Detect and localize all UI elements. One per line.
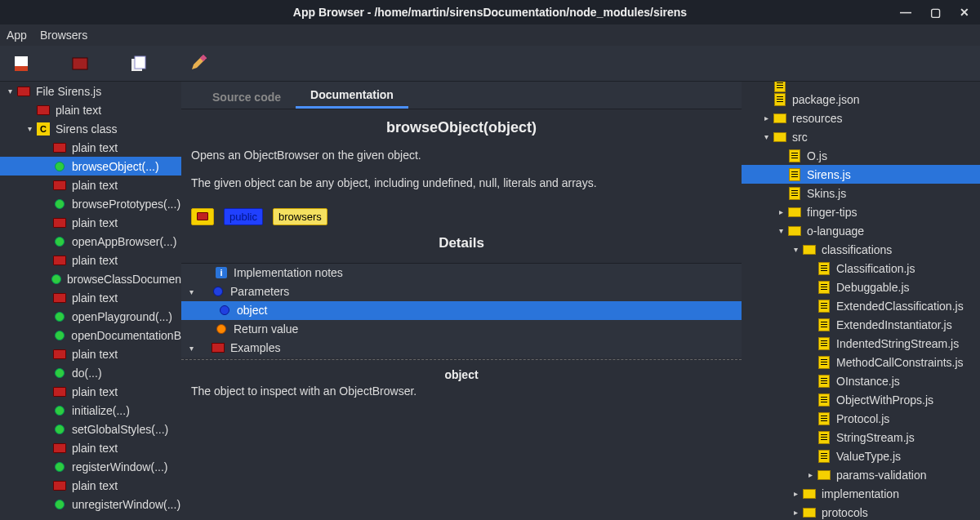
detail-implementation-notes[interactable]: i Implementation notes: [181, 264, 742, 282]
tree-item[interactable]: package.json: [742, 90, 980, 109]
tree-item[interactable]: O.js: [742, 146, 980, 165]
details-tree[interactable]: i Implementation notes ▾ Parameters obje…: [181, 263, 742, 358]
tree-item-label: OInstance.js: [836, 375, 900, 388]
detail-label: object: [237, 304, 267, 317]
tree-item[interactable]: plain text: [0, 476, 181, 495]
method-icon: [52, 197, 67, 211]
detail-parameters[interactable]: ▾ Parameters: [181, 282, 742, 301]
tree-item[interactable]: plain text: [0, 251, 181, 269]
file-icon: [817, 393, 831, 407]
tree-item-label: initialize(...): [72, 404, 130, 417]
expand-icon[interactable]: ▸: [789, 489, 802, 498]
tree-item[interactable]: StringStream.js: [742, 428, 980, 447]
tree-item-label: File Sirens.js: [36, 85, 101, 98]
tree-item-label: plain text: [72, 442, 118, 455]
expand-icon[interactable]: ▸: [789, 508, 802, 517]
tab-documentation[interactable]: Documentation: [296, 82, 408, 109]
tree-item[interactable]: ▸implementation: [742, 484, 980, 503]
tree-item[interactable]: plain text: [0, 344, 181, 363]
titlebar: App Browser - /home/martin/sirensDocumen…: [0, 0, 980, 24]
tree-item[interactable]: Classification.js: [742, 259, 980, 278]
expand-icon[interactable]: ▸: [760, 113, 773, 122]
tree-item[interactable]: IndentedStringStream.js: [742, 334, 980, 353]
menu-app[interactable]: App: [7, 29, 27, 42]
tree-item[interactable]: ObjectWithProps.js: [742, 390, 980, 409]
tree-item[interactable]: ValueType.js: [742, 447, 980, 465]
tree-item[interactable]: ExtendedClassification.js: [742, 296, 980, 315]
detail-label: Return value: [234, 322, 298, 336]
tree-item[interactable]: ▸protocols: [742, 503, 980, 520]
tree-item[interactable]: unregisterWindow(...): [0, 495, 181, 513]
tab-source-code[interactable]: Source code: [198, 84, 296, 109]
folder-icon: [787, 224, 802, 238]
tree-item[interactable]: plain text: [0, 288, 181, 307]
tree-item[interactable]: plain text: [0, 100, 181, 119]
tree-item[interactable]: openDocumentationB: [0, 326, 181, 344]
tree-item-label: unregisterWindow(...): [72, 498, 180, 511]
file-icon: [817, 318, 831, 332]
tree-item[interactable]: plain text: [0, 438, 181, 457]
tree-item[interactable]: browseClassDocumen: [0, 269, 181, 288]
svg-rect-1: [15, 66, 28, 71]
tool-folder-red-icon[interactable]: [70, 54, 90, 73]
tree-item[interactable]: ▸resources: [742, 109, 980, 127]
tree-item[interactable]: ▾src: [742, 127, 980, 146]
tree-item[interactable]: initialize(...): [0, 401, 181, 420]
tree-item[interactable]: plain text: [0, 176, 181, 194]
method-icon: [52, 309, 67, 324]
tree-item[interactable]: browseObject(...): [0, 157, 181, 176]
tree-item[interactable]: Skins.js: [742, 184, 980, 202]
tree-item[interactable]: Protocol.js: [742, 409, 980, 428]
class-outline-tree[interactable]: ▾File Sirens.jsplain text▾CSirens classp…: [0, 82, 181, 520]
tree-item[interactable]: ▾classifications: [742, 240, 980, 259]
tree-item[interactable]: Debuggable.js: [742, 278, 980, 296]
tree-item[interactable]: registerWindow(...): [0, 457, 181, 476]
close-icon[interactable]: ✕: [954, 3, 975, 21]
tree-item[interactable]: OInstance.js: [742, 371, 980, 390]
expand-icon[interactable]: ▾: [774, 226, 787, 235]
tree-item[interactable]: ▾CSirens class: [0, 119, 181, 138]
expand-icon[interactable]: ▸: [774, 207, 787, 216]
tree-item[interactable]: ▾o-language: [742, 221, 980, 240]
tree-item[interactable]: ▸params-validation: [742, 465, 980, 484]
tree-item-label: do(...): [72, 367, 102, 380]
expand-icon[interactable]: ▾: [789, 245, 802, 254]
tool-copy-icon[interactable]: [129, 54, 149, 73]
tree-item[interactable]: setGlobalStyles(...): [0, 420, 181, 438]
menu-browsers[interactable]: Browsers: [40, 29, 87, 42]
expand-icon[interactable]: ▾: [3, 87, 16, 96]
tree-item[interactable]: ▸finger-tips: [742, 202, 980, 221]
tree-item-label: IndentedStringStream.js: [836, 337, 959, 350]
tree-item[interactable]: plain text: [0, 382, 181, 401]
tree-item[interactable]: ExtendedInstantiator.js: [742, 315, 980, 334]
tree-item[interactable]: ▾File Sirens.js: [0, 82, 181, 100]
expand-icon[interactable]: ▸: [804, 470, 817, 479]
tree-item[interactable]: do(...): [0, 363, 181, 382]
tree-item[interactable]: openAppBrowser(...): [0, 232, 181, 251]
svg-rect-4: [135, 56, 145, 69]
tree-item[interactable]: Sirens.js: [742, 165, 980, 184]
svg-rect-2: [73, 58, 87, 69]
folder-red-icon: [52, 140, 67, 155]
tree-item[interactable]: openPlayground(...): [0, 307, 181, 326]
detail-examples[interactable]: ▾ Examples: [181, 339, 742, 358]
minimize-icon[interactable]: —: [895, 3, 916, 21]
detail-label: Examples: [230, 341, 280, 354]
file-tree[interactable]: package.json▸resources▾srcO.jsSirens.jsS…: [742, 82, 980, 520]
tool-pencil-icon[interactable]: [188, 54, 207, 73]
maximize-icon[interactable]: ▢: [924, 3, 946, 21]
expand-icon[interactable]: ▾: [23, 124, 36, 133]
expand-icon[interactable]: ▾: [760, 132, 773, 141]
tree-item[interactable]: plain text: [0, 138, 181, 157]
tree-item-label: registerWindow(...): [72, 460, 167, 473]
tree-item-label: finger-tips: [807, 206, 857, 219]
file-icon: [787, 186, 802, 201]
tag-browsers: browsers: [273, 208, 327, 225]
tree-item[interactable]: browsePrototypes(...): [0, 194, 181, 213]
tool-file-icon[interactable]: [11, 54, 31, 73]
tree-item[interactable]: plain text: [0, 213, 181, 232]
detail-param-object[interactable]: object: [181, 301, 742, 320]
detail-return-value[interactable]: Return value: [181, 320, 742, 339]
tree-item[interactable]: MethodCallConstraints.js: [742, 353, 980, 371]
tree-item[interactable]: [742, 82, 980, 90]
